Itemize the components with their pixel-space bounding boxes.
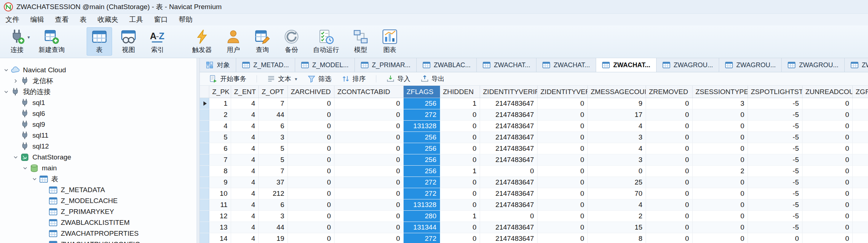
- cell[interactable]: 4: [231, 211, 259, 222]
- cell[interactable]: 0: [646, 233, 693, 243]
- cell[interactable]: 0: [334, 154, 404, 165]
- cell[interactable]: 44: [259, 222, 288, 233]
- cell[interactable]: 4: [588, 143, 646, 154]
- cell[interactable]: 4: [231, 233, 259, 243]
- cell[interactable]: 0: [802, 188, 853, 199]
- menu-view[interactable]: 查看: [49, 14, 74, 25]
- cell[interactable]: 70: [588, 188, 646, 199]
- toolbar-table-button[interactable]: 表: [87, 27, 112, 56]
- tree-item-chatstorage[interactable]: ChatStorage: [0, 152, 197, 163]
- row-selector[interactable]: [200, 154, 209, 165]
- cell[interactable]: [853, 188, 868, 199]
- cell[interactable]: [853, 154, 868, 165]
- cell[interactable]: 8: [209, 166, 231, 177]
- chevron-down-icon[interactable]: [31, 176, 39, 182]
- cell[interactable]: 0: [440, 132, 480, 143]
- cell[interactable]: 15: [588, 222, 646, 233]
- column-header-zarchived-3[interactable]: ZARCHIVED: [288, 86, 334, 98]
- row-selector[interactable]: [200, 132, 209, 143]
- cell[interactable]: 0: [334, 188, 404, 199]
- cell[interactable]: 0: [538, 143, 588, 154]
- menu-edit[interactable]: 编辑: [25, 14, 49, 25]
- cell[interactable]: 0: [334, 222, 404, 233]
- menu-file[interactable]: 文件: [0, 14, 25, 25]
- tree-item-main[interactable]: main: [0, 163, 197, 174]
- tree-item-sql12[interactable]: sql12: [0, 141, 197, 152]
- row-selector[interactable]: [200, 211, 209, 222]
- cell[interactable]: 0: [334, 166, 404, 177]
- cell[interactable]: 10: [209, 188, 231, 199]
- chevron-down-icon[interactable]: [3, 67, 11, 73]
- toolbar-automation-button[interactable]: 自动运行: [308, 27, 344, 56]
- cell[interactable]: 0: [802, 211, 853, 222]
- cell[interactable]: 4: [231, 166, 259, 177]
- cell[interactable]: 0: [538, 188, 588, 199]
- cell[interactable]: 0: [748, 233, 802, 243]
- tab-zwagrou-1[interactable]: ZWAGROU...: [657, 58, 719, 72]
- cell[interactable]: 0: [646, 211, 693, 222]
- cell[interactable]: 11: [209, 199, 231, 210]
- cell[interactable]: 0: [288, 109, 334, 120]
- cell[interactable]: 256: [404, 132, 440, 143]
- tree-item-navicat-cloud[interactable]: Navicat Cloud: [0, 65, 197, 76]
- cell[interactable]: 13: [209, 222, 231, 233]
- cell[interactable]: -5: [748, 109, 802, 120]
- cell[interactable]: 0: [288, 98, 334, 109]
- tab-z-modelcache[interactable]: Z_MODEL...: [295, 58, 355, 72]
- cell[interactable]: 0: [538, 177, 588, 188]
- column-header-zcontactabid-4[interactable]: ZCONTACTABID: [334, 86, 404, 98]
- cell[interactable]: 44: [259, 109, 288, 120]
- cell[interactable]: 2147483647: [480, 188, 538, 199]
- cell[interactable]: 131328: [404, 199, 440, 210]
- cell[interactable]: 2147483647: [480, 199, 538, 210]
- column-header-zunreadcount-13[interactable]: ZUNREADCOUNT: [802, 86, 853, 98]
- cell[interactable]: 0: [802, 177, 853, 188]
- cell[interactable]: 9: [588, 98, 646, 109]
- tree-item-sql9[interactable]: sql9: [0, 119, 197, 130]
- column-header-z_pk-0[interactable]: Z_PK: [209, 86, 231, 98]
- cell[interactable]: -5: [748, 143, 802, 154]
- cell[interactable]: 0: [646, 154, 693, 165]
- toolbar-backup-button[interactable]: 备份: [279, 27, 304, 56]
- cell[interactable]: 0: [693, 199, 748, 210]
- tree-item-zwablacklistitem[interactable]: ZWABLACKLISTITEM: [0, 217, 197, 228]
- cell[interactable]: 0: [288, 222, 334, 233]
- cell[interactable]: 0: [646, 132, 693, 143]
- cell[interactable]: 0: [693, 143, 748, 154]
- cell[interactable]: 0: [646, 188, 693, 199]
- row-selector[interactable]: [200, 98, 209, 109]
- cell[interactable]: 2: [693, 166, 748, 177]
- cell[interactable]: 3: [588, 154, 646, 165]
- cell[interactable]: 0: [334, 211, 404, 222]
- cell[interactable]: 37: [259, 177, 288, 188]
- cell[interactable]: 4: [588, 121, 646, 131]
- cell[interactable]: [853, 211, 868, 222]
- cell[interactable]: 0: [440, 143, 480, 154]
- cell[interactable]: 4: [231, 222, 259, 233]
- toolbar-user-button[interactable]: 用户: [221, 27, 246, 56]
- cell[interactable]: 272: [404, 109, 440, 120]
- cell[interactable]: 7: [259, 166, 288, 177]
- cell[interactable]: 256: [404, 98, 440, 109]
- row-selector[interactable]: [200, 177, 209, 188]
- cell[interactable]: [853, 143, 868, 154]
- databar-import-button[interactable]: 导入: [387, 74, 411, 83]
- menu-tools[interactable]: 工具: [124, 14, 148, 25]
- chevron-down-icon[interactable]: [12, 154, 20, 161]
- cell[interactable]: 4: [231, 188, 259, 199]
- cell[interactable]: 0: [646, 121, 693, 131]
- toolbar-trigger-button[interactable]: 触发器: [187, 27, 217, 56]
- tree-item-tables-folder[interactable]: 表: [0, 174, 197, 185]
- cell[interactable]: 0: [440, 154, 480, 165]
- cell[interactable]: 5: [259, 143, 288, 154]
- cell[interactable]: 0: [334, 199, 404, 210]
- cell[interactable]: 0: [538, 132, 588, 143]
- cell[interactable]: 0: [802, 109, 853, 120]
- cell[interactable]: 0: [802, 222, 853, 233]
- tab-zwagrou-3[interactable]: ZWAGROU...: [782, 58, 844, 72]
- cell[interactable]: 25: [588, 177, 646, 188]
- cell[interactable]: 2147483647: [480, 109, 538, 120]
- cell[interactable]: 0: [693, 154, 748, 165]
- cell[interactable]: 0: [288, 199, 334, 210]
- column-header-zflags-5[interactable]: ZFLAGS: [404, 86, 440, 98]
